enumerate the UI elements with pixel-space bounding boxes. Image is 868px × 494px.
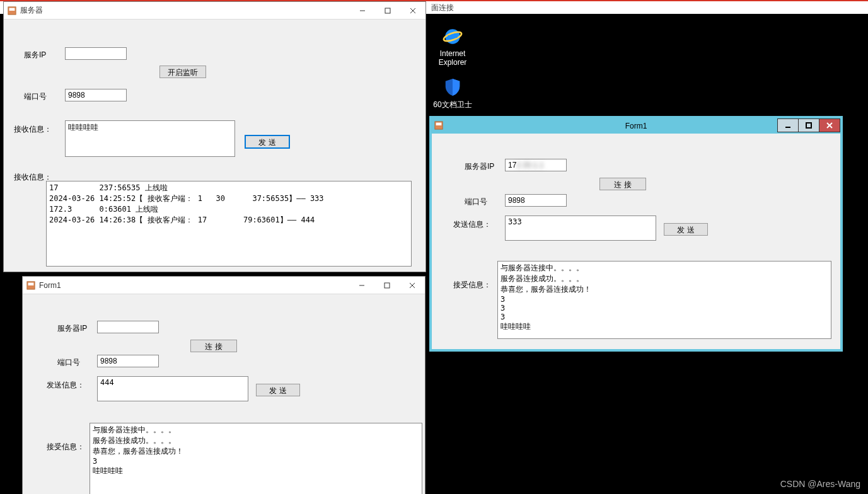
app-icon xyxy=(26,281,35,290)
port-input[interactable]: 9898 xyxy=(505,194,567,207)
label-recv: 接受信息： xyxy=(47,442,84,452)
desktop-icon-ie[interactable]: Internet Explorer xyxy=(431,25,475,67)
send-button[interactable]: 发 送 xyxy=(664,223,708,236)
ie-icon xyxy=(441,25,464,48)
label-port: 端口号 xyxy=(24,91,47,102)
label-recv: 接受信息： xyxy=(453,280,491,290)
send-message-input[interactable]: 333 xyxy=(505,215,656,241)
label-send: 发送信息： xyxy=(453,219,491,230)
maximize-button[interactable] xyxy=(798,118,819,132)
start-listen-button[interactable]: 开启监听 xyxy=(159,66,206,78)
minimize-button[interactable] xyxy=(350,2,375,20)
log-output[interactable]: 17 237:56535 上线啦 2024-03-26 14:25:52【 接收… xyxy=(46,181,412,267)
label-port: 端口号 xyxy=(57,357,80,368)
svg-rect-10 xyxy=(28,282,34,285)
label-send: 发送信息： xyxy=(47,380,84,391)
form1-local-titlebar[interactable]: Form1 xyxy=(23,277,425,294)
server-window: 服务器 服务IP 开启监听 端口号 9898 接收信息： 哇哇哇哇 发 送 接收… xyxy=(3,1,426,272)
minimize-button[interactable] xyxy=(349,277,374,294)
shield-icon xyxy=(441,76,464,98)
form1-local-window: Form1 服务器IP 连 接 端口号 9898 发送信息： 444 发 送 接… xyxy=(22,276,425,494)
recv-output[interactable]: 与服务器连接中。。。。 服务器连接成功。。。。 恭喜您，服务器连接成功！ 3 3… xyxy=(497,261,831,339)
svg-rect-18 xyxy=(806,123,811,128)
watermark: CSDN @Ares-Wang xyxy=(780,479,860,489)
svg-rect-6 xyxy=(385,8,390,13)
server-ip-input[interactable] xyxy=(97,321,159,333)
connect-button[interactable]: 连 接 xyxy=(190,340,237,352)
close-button[interactable] xyxy=(400,2,425,20)
send-button[interactable]: 发 送 xyxy=(256,384,300,396)
maximize-button[interactable] xyxy=(375,2,400,20)
label-port: 端口号 xyxy=(465,197,487,207)
svg-rect-4 xyxy=(9,8,15,10)
server-titlebar[interactable]: 服务器 xyxy=(4,2,425,20)
form1-remote-window: Form1 服务器IP 172.30.1.1 连 接 端口号 9898 发送信息… xyxy=(429,116,843,352)
label-server-ip: 服务器IP xyxy=(465,161,494,172)
maximize-button[interactable] xyxy=(374,277,400,294)
minimize-button[interactable] xyxy=(777,118,799,132)
desktop-icon-ie-label: Internet Explorer xyxy=(431,49,475,67)
svg-rect-12 xyxy=(385,283,390,288)
send-message-input[interactable]: 444 xyxy=(97,376,248,401)
svg-rect-2 xyxy=(448,35,458,38)
form1-remote-title: Form1 xyxy=(625,122,647,130)
desktop-icon-shield[interactable]: 60文档卫士 xyxy=(431,76,475,110)
send-message-input[interactable]: 哇哇哇哇 xyxy=(65,120,235,157)
app-icon xyxy=(8,6,16,15)
label-server-ip: 服务IP xyxy=(24,50,46,60)
port-input[interactable]: 9898 xyxy=(97,355,159,367)
svg-rect-16 xyxy=(436,122,442,125)
server-ip-input[interactable] xyxy=(65,47,127,60)
close-button[interactable] xyxy=(819,118,840,132)
form1-local-title: Form1 xyxy=(39,281,61,290)
form1-remote-titlebar[interactable]: Form1 xyxy=(432,118,840,134)
label-server-ip: 服务器IP xyxy=(57,323,87,334)
app-icon xyxy=(434,121,443,132)
recv-output[interactable]: 与服务器连接中。。。。 服务器连接成功。。。。 恭喜您，服务器连接成功！ 3 哇… xyxy=(90,423,422,494)
remote-connection-text: 面连接 xyxy=(431,3,454,12)
port-input[interactable]: 9898 xyxy=(65,89,127,101)
server-ip-input[interactable]: 172.30.1.1 xyxy=(505,159,567,171)
connect-button[interactable]: 连 接 xyxy=(599,178,646,190)
close-button[interactable] xyxy=(400,277,425,294)
send-button[interactable]: 发 送 xyxy=(245,135,289,148)
label-input-msg: 接收信息： xyxy=(14,124,52,135)
server-window-title: 服务器 xyxy=(20,5,43,16)
desktop-icon-shield-label: 60文档卫士 xyxy=(431,100,475,110)
